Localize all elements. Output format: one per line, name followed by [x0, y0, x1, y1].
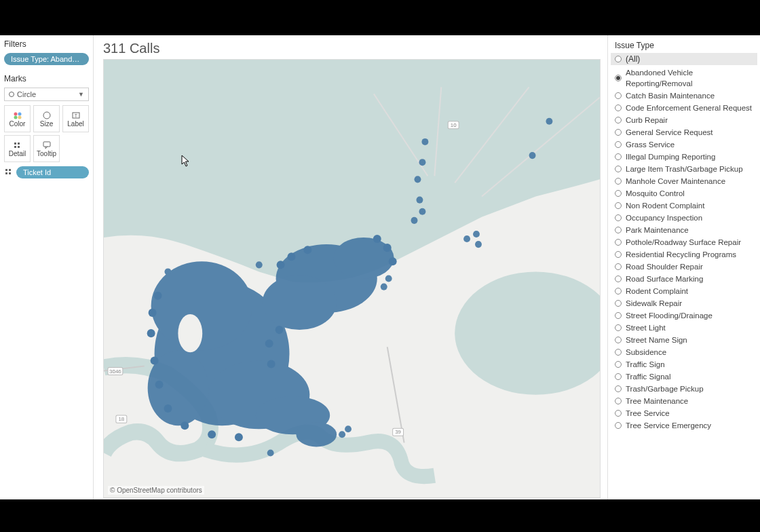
svg-rect-15: [9, 172, 11, 174]
issue-type-option[interactable]: Catch Basin Maintenance: [611, 90, 757, 102]
empty-mark-slot: [62, 135, 89, 162]
issue-type-option[interactable]: Abandoned Vehicle Reporting/Removal: [611, 66, 757, 90]
issue-type-option[interactable]: Sidewalk Repair: [611, 297, 757, 309]
issue-type-option[interactable]: Street Name Sign: [611, 334, 757, 346]
radio-icon: [615, 153, 622, 160]
detail-pill-ticket-id[interactable]: Ticket Id: [16, 166, 89, 178]
issue-type-option[interactable]: Rodent Complaint: [611, 285, 757, 297]
issue-type-option-label: Code Enforcement General Request: [626, 102, 752, 113]
issue-type-option-label: General Service Request: [626, 127, 712, 138]
color-icon: [13, 111, 22, 120]
radio-icon: [615, 129, 622, 136]
issue-type-option-label: Pothole/Roadway Surface Repair: [626, 237, 741, 248]
svg-point-59: [151, 356, 159, 364]
radio-icon: [615, 92, 622, 99]
radio-icon: [615, 263, 622, 270]
radio-icon: [615, 324, 622, 331]
detail-icon: [13, 140, 22, 150]
svg-rect-7: [14, 142, 16, 145]
map-view[interactable]: 3046 18 39 10: [103, 59, 601, 498]
issue-type-option-label: Catch Basin Maintenance: [626, 90, 715, 101]
issue-type-option[interactable]: Code Enforcement General Request: [611, 102, 757, 114]
issue-type-option-label: Abandoned Vehicle Reporting/Removal: [626, 67, 753, 89]
svg-point-51: [267, 449, 274, 456]
left-shelf-panel: Filters Issue Type: Abandon.. Marks Circ…: [0, 35, 94, 499]
issue-type-option[interactable]: Park Maintenance: [611, 224, 757, 236]
svg-point-57: [149, 309, 157, 317]
issue-type-option[interactable]: Road Shoulder Repair: [611, 261, 757, 273]
radio-icon: [615, 337, 622, 343]
svg-point-32: [178, 314, 202, 352]
issue-type-option[interactable]: Mosquito Control: [611, 187, 757, 200]
issue-type-option-label: Tree Service Emergency: [626, 420, 711, 431]
radio-icon: [615, 166, 622, 172]
svg-point-72: [276, 326, 284, 334]
issue-type-option[interactable]: Non Rodent Complaint: [611, 200, 757, 212]
issue-type-all-row[interactable]: (All): [611, 53, 757, 65]
svg-point-61: [164, 404, 172, 413]
radio-icon: [615, 202, 622, 209]
issue-type-option[interactable]: Tree Service: [611, 407, 757, 419]
issue-type-option-label: Park Maintenance: [626, 225, 689, 235]
issue-type-option[interactable]: Residential Recycling Programs: [611, 248, 757, 261]
issue-type-option[interactable]: General Service Request: [611, 126, 757, 138]
radio-icon: [615, 288, 622, 294]
svg-point-62: [180, 421, 189, 430]
issue-type-option[interactable]: Pothole/Roadway Surface Repair: [611, 236, 757, 248]
svg-point-68: [373, 235, 381, 243]
viz-title: 311 Calls: [103, 41, 601, 56]
radio-icon: [615, 312, 622, 319]
svg-point-67: [303, 246, 311, 254]
label-button[interactable]: T Label: [62, 105, 89, 132]
issue-type-option-label: Road Surface Marking: [626, 273, 703, 284]
issue-type-option[interactable]: Manhole Cover Maintenance: [611, 175, 757, 187]
svg-point-34: [333, 238, 394, 278]
issue-type-option[interactable]: Illegal Dumping Reporting: [611, 151, 757, 163]
svg-point-50: [345, 425, 352, 432]
detail-button[interactable]: Detail: [4, 135, 31, 162]
issue-type-option[interactable]: Traffic Sign: [611, 358, 757, 370]
radio-icon: [615, 422, 622, 429]
issue-type-title: Issue Type: [611, 39, 757, 53]
svg-point-3: [18, 115, 21, 119]
issue-type-option[interactable]: Street Flooding/Drainage: [611, 309, 757, 322]
issue-type-option-label: Road Shoulder Repair: [626, 261, 703, 272]
svg-point-39: [419, 159, 425, 166]
road-label-39: 39: [395, 429, 401, 435]
svg-point-52: [165, 268, 172, 275]
color-button[interactable]: Color: [4, 105, 31, 132]
radio-icon: [615, 75, 622, 81]
svg-point-4: [43, 112, 50, 119]
issue-type-option[interactable]: Large Item Trash/Garbage Pickup: [611, 163, 757, 175]
svg-text:T: T: [74, 113, 77, 118]
issue-type-filter-panel: Issue Type (All) Abandoned Vehicle Repor…: [607, 35, 760, 499]
issue-type-option[interactable]: Curb Repair: [611, 114, 757, 126]
radio-icon: [615, 276, 622, 282]
issue-type-option-label: Grass Service: [626, 139, 674, 150]
tooltip-button[interactable]: Tooltip: [33, 135, 60, 162]
issue-type-option[interactable]: Grass Service: [611, 138, 757, 151]
label-icon: T: [71, 111, 81, 120]
issue-type-option-label: Large Item Trash/Garbage Pickup: [626, 164, 743, 174]
window-black-bar-top: [0, 0, 760, 35]
issue-type-option[interactable]: Occupancy Inspection: [611, 212, 757, 224]
issue-type-option-label: Subsidence: [626, 347, 666, 358]
radio-icon: [615, 227, 622, 233]
issue-type-option[interactable]: Subsidence: [611, 346, 757, 358]
issue-type-option[interactable]: Tree Maintenance: [611, 395, 757, 407]
road-label-3046: 3046: [109, 368, 121, 375]
marks-type-dropdown[interactable]: Circle ▼: [4, 88, 89, 101]
issue-type-option[interactable]: Tree Service Emergency: [611, 419, 757, 432]
road-label-10: 10: [451, 122, 457, 128]
svg-rect-9: [14, 146, 16, 148]
issue-type-option[interactable]: Road Surface Marking: [611, 273, 757, 285]
size-button[interactable]: Size: [33, 105, 60, 132]
issue-type-all-label: (All): [626, 54, 640, 64]
circle-icon: [9, 92, 14, 97]
filter-pill-issue-type[interactable]: Issue Type: Abandon..: [4, 53, 89, 65]
issue-type-option[interactable]: Traffic Signal: [611, 370, 757, 383]
radio-icon: [615, 385, 622, 392]
radio-icon: [615, 214, 622, 221]
issue-type-option[interactable]: Trash/Garbage Pickup: [611, 383, 757, 395]
issue-type-option[interactable]: Street Light: [611, 322, 757, 334]
